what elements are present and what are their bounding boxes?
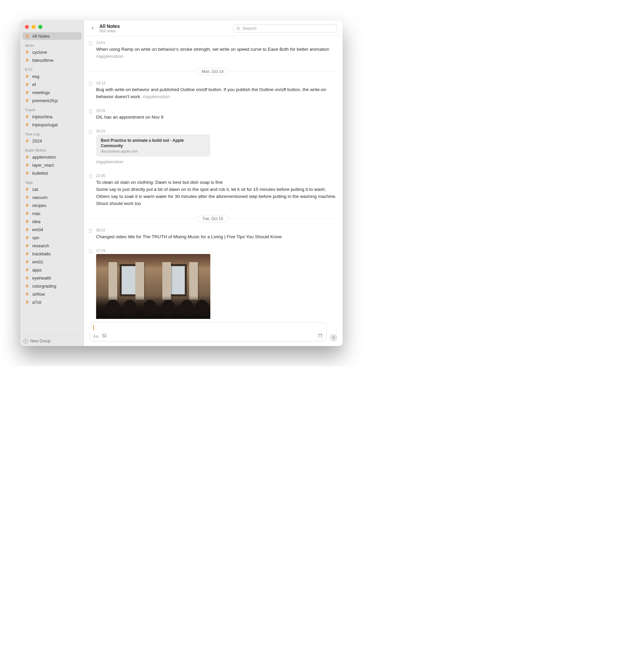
link-card-title: Best Practice to animate a build out - A… [101,138,200,148]
send-button[interactable] [330,334,337,341]
date-separator: Tue, Oct 15 [88,215,337,221]
note-text: When using Ramp on write on behavior's s… [96,46,337,60]
sidebar-item-label: apps [32,267,42,272]
composer[interactable]: Aa [89,322,326,341]
note-text: Changed video title for The TRUTH of Mix… [96,234,337,241]
note-image-attachment[interactable] [96,254,210,319]
note-hashtag[interactable]: #applemotion [96,54,123,59]
new-group-label: New Group [30,339,51,343]
chevron-left-icon [91,26,95,30]
note-icon [88,174,93,207]
note-timestamp: 22:05 [96,174,337,178]
sidebar-group-header[interactable]: Apple Motion [22,145,82,153]
sidebar-item-applemotion[interactable]: #applemotion [22,153,82,161]
note-text: Some say to just directly put a bit of d… [96,186,337,207]
hash-icon: # [25,275,29,281]
sidebar-item-idea[interactable]: #idea [22,217,82,225]
sidebar-item-esg[interactable]: #esg [22,72,82,80]
sidebar: All Notes derev#cyclone#tidesoftimeETO#e… [20,20,84,346]
note-icon [88,249,93,319]
hash-icon: # [25,195,29,200]
sidebar-item-cyclone[interactable]: #cyclone [22,48,82,56]
note-entry[interactable]: 09:52 Changed video title for The TRUTH … [88,226,337,247]
note-entry[interactable]: 18:25 DIL has an appointment on Nov 9 [88,106,337,127]
note-hashtag[interactable]: #applemotion [143,94,170,99]
sidebar-item-vpn[interactable]: #vpn [22,234,82,242]
link-preview-card[interactable]: Best Practice to animate a build out - A… [96,135,210,157]
close-window-button[interactable] [25,25,29,29]
sidebar-item-mac[interactable]: #mac [22,209,82,217]
sidebar-item-triptochina[interactable]: #triptochina [22,113,82,121]
hash-icon: # [25,283,29,289]
calendar-button[interactable] [318,333,323,339]
sidebar-item-eyehealth[interactable]: #eyehealth [22,274,82,282]
hash-icon: # [25,202,29,208]
search-icon [236,26,241,30]
header-title-block: All Notes 553 notes [99,24,120,33]
hash-icon: # [25,138,29,143]
sidebar-item-colorgrading[interactable]: #colorgrading [22,282,82,290]
notes-scroll[interactable]: 23:01 When using Ramp on write on behavi… [84,36,343,319]
hash-icon: # [25,251,29,256]
sidebar-item-em04[interactable]: #em04 [22,225,82,234]
sidebar-item-label: triptochina [32,114,52,119]
sidebar-group-header[interactable]: derev [22,40,82,48]
hash-icon: # [25,74,29,79]
search-input[interactable] [243,26,334,31]
page-title: All Notes [99,24,120,29]
fullscreen-window-button[interactable] [38,25,42,29]
sidebar-item-research[interactable]: #research [22,242,82,250]
sidebar-item-em01[interactable]: #em01 [22,258,82,266]
date-badge: Mon, Oct 14 [197,68,228,75]
text-format-button[interactable]: Aa [93,334,98,339]
sidebar-group-header[interactable]: ETO [22,64,82,72]
sidebar-item-label: triptoportugal [32,122,58,127]
sidebar-item-label: premiere2fcp [32,98,58,103]
minimize-window-button[interactable] [31,25,35,29]
sidebar-group-header[interactable]: Year Log [22,129,82,137]
sidebar-item-label: ef [32,82,36,87]
svg-line-3 [239,29,240,30]
sidebar-item-trackballs[interactable]: #trackballs [22,250,82,258]
note-entry[interactable]: 22:05 To clean oil stain on clothing: Da… [88,172,337,213]
sidebar-item-apps[interactable]: #apps [22,266,82,274]
sidebar-item-ef[interactable]: #ef [22,80,82,88]
sidebar-item-triptoportugal[interactable]: #triptoportugal [22,121,82,129]
sidebar-item-recipes[interactable]: #recipes [22,201,82,209]
sidebar-item-label: recipes [32,203,46,208]
sidebar-group-header[interactable]: Tags [22,177,82,185]
sidebar-item-strflow[interactable]: #strflow [22,290,82,298]
sidebar-item-label: a7cii [32,300,41,305]
sidebar-item-label: em04 [32,227,43,232]
sidebar-item-label: strflow [32,292,45,297]
note-entry[interactable]: 17:29 [88,247,337,319]
sidebar-item-label: idea [32,219,41,224]
note-entry[interactable]: 14:13 Bug with write-on behavior and pub… [88,79,337,106]
note-text: DIL has an appointment on Nov 9 [96,114,337,121]
back-button[interactable] [89,25,96,31]
sidebar-item-layer_react[interactable]: #layer_react [22,161,82,169]
sidebar-item-vacuum[interactable]: #vacuum [22,193,82,201]
new-group-button[interactable]: New Group [20,336,84,346]
note-icon [88,228,93,241]
note-icon [88,81,93,100]
note-hashtag[interactable]: #applemotion [96,159,123,164]
sidebar-item-label: trackballs [32,251,51,256]
sidebar-group-header[interactable]: Travel [22,104,82,113]
sidebar-item-bulletlist[interactable]: #bulletlist [22,169,82,177]
sidebar-item-a7cii[interactable]: #a7cii [22,298,82,306]
sidebar-item-2024[interactable]: #2024 [22,137,82,145]
hash-icon: # [25,170,29,176]
search-field[interactable] [233,24,337,32]
note-icon [88,109,93,121]
sidebar-item-meetings[interactable]: #meetings [22,88,82,96]
sidebar-item-tidesoftime[interactable]: #tidesoftime [22,56,82,64]
sidebar-item-cat[interactable]: #cat [22,185,82,193]
hash-icon: # [25,187,29,192]
sidebar-item-premiere2fcp[interactable]: #premiere2fcp [22,96,82,104]
note-entry[interactable]: 20:25 Best Practice to animate a build o… [88,127,337,172]
hash-icon: # [25,154,29,160]
note-entry[interactable]: 23:01 When using Ramp on write on behavi… [88,39,337,66]
sidebar-item-all-notes[interactable]: All Notes [22,32,82,40]
attach-image-button[interactable] [102,333,107,339]
